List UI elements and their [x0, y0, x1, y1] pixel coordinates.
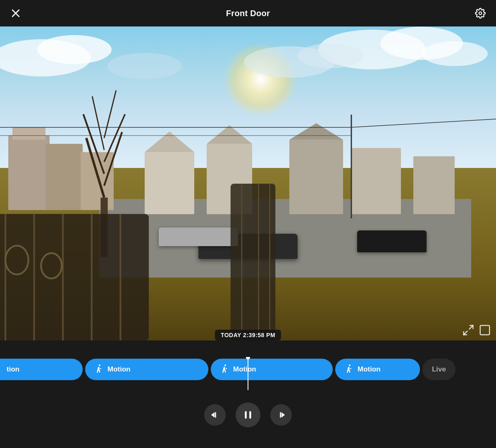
svg-rect-57 [280, 412, 281, 418]
motion-label-2: Motion [233, 365, 256, 374]
svg-point-2 [479, 12, 482, 15]
bottom-controls: tion Motion [0, 340, 496, 448]
timestamp-container: TODAY 2:39:58 PM [215, 330, 281, 340]
svg-rect-53 [215, 412, 216, 418]
svg-point-50 [224, 364, 226, 366]
run-icon-2 [220, 364, 230, 374]
svg-line-47 [464, 331, 467, 335]
car-silver [159, 228, 238, 247]
video-player[interactable] [0, 26, 496, 340]
motion-label-1: Motion [107, 365, 131, 374]
expand-controls [462, 324, 491, 336]
expand-icon[interactable] [462, 324, 475, 336]
sun-effect [223, 42, 298, 117]
motion-icon-1 [94, 364, 104, 376]
run-icon-1 [94, 364, 104, 374]
header: Front Door [0, 0, 496, 26]
svg-rect-55 [249, 411, 251, 418]
timeline[interactable]: tion Motion [0, 357, 496, 390]
run-icon-3 [344, 364, 354, 374]
timestamp-badge: TODAY 2:39:58 PM [215, 330, 281, 340]
forward-button[interactable] [270, 404, 292, 426]
rewind-button[interactable] [204, 404, 226, 426]
svg-rect-48 [480, 326, 490, 335]
svg-marker-56 [281, 412, 285, 418]
pause-button[interactable] [236, 402, 260, 427]
svg-rect-54 [245, 411, 246, 418]
motion-chip-1[interactable]: Motion [85, 359, 208, 380]
fullscreen-icon[interactable] [479, 324, 491, 336]
motion-chip-label-0: tion [7, 365, 19, 374]
svg-line-46 [470, 326, 473, 329]
page-title: Front Door [226, 9, 270, 18]
car-dark-2 [357, 230, 427, 252]
motion-chip-0[interactable]: tion [0, 359, 83, 380]
playback-controls [204, 402, 292, 427]
motion-label-3: Motion [358, 365, 381, 374]
video-frame [0, 26, 496, 340]
motion-icon-3 [344, 364, 354, 376]
svg-point-49 [99, 364, 100, 366]
svg-point-51 [349, 364, 351, 366]
motion-chip-2[interactable]: Motion [211, 359, 333, 380]
motion-chip-3[interactable]: Motion [335, 359, 420, 380]
live-chip[interactable]: Live [422, 359, 455, 380]
settings-button[interactable] [473, 6, 488, 21]
scrubber-needle[interactable] [248, 357, 248, 390]
live-label: Live [432, 365, 446, 374]
close-button[interactable] [8, 6, 23, 21]
motion-icon-2 [220, 364, 230, 376]
svg-marker-52 [211, 412, 215, 418]
